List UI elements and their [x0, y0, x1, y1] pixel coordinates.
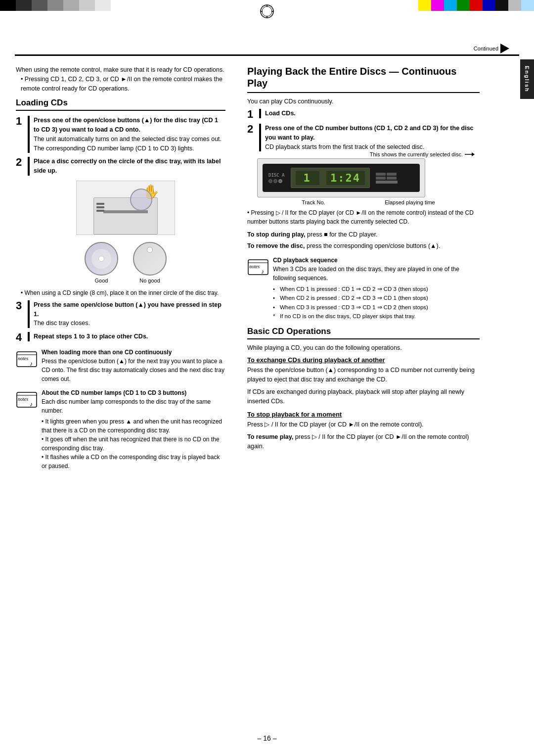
- continued-text: Continued: [474, 46, 498, 51]
- step-2-content: Place a disc correctly on the circle of …: [28, 157, 225, 176]
- resume-bold: To resume play,: [247, 433, 293, 440]
- remove-disc-bold: To remove the disc,: [247, 242, 305, 249]
- pb-step-2-content: Press one of the CD number buttons (CD 1…: [259, 124, 480, 151]
- svg-text:♪: ♪: [30, 401, 33, 408]
- elapsed-label: Elapsed playing time: [385, 199, 435, 205]
- notes-loading-box: notes ♪ When loading more than one CD co…: [16, 348, 225, 383]
- cd-examples: Good No good: [85, 242, 167, 284]
- stop-during-line: To stop during play, press ■ for the CD …: [247, 230, 480, 239]
- color-block: [418, 0, 431, 11]
- svg-text:notes: notes: [18, 396, 28, 402]
- playing-back-intro: You can play CDs continuously.: [247, 98, 480, 105]
- step-4-number: 4: [16, 332, 25, 343]
- basic-ops-section: Basic CD Operations While playing a CD, …: [247, 327, 480, 451]
- notes-lamps-content: About the CD number lamps (CD 1 to CD 3 …: [42, 388, 225, 471]
- pb-step-2-bold: Press one of the CD number buttons (CD 1…: [265, 125, 474, 141]
- svg-text:notes: notes: [18, 356, 28, 361]
- notes-loading-content: When loading more than one CD continuous…: [42, 348, 225, 383]
- notes-sequence-icon: notes ♪: [247, 256, 269, 278]
- notes-lamps-text: Each disc number lamp corresponds to the…: [42, 398, 211, 414]
- notes-loading-icon: notes ♪: [16, 348, 38, 370]
- main-rule: [15, 54, 519, 56]
- track-labels: Track No. Elapsed playing time: [257, 199, 480, 205]
- cd-player-display: DISC A 1: [257, 158, 425, 197]
- color-block: [521, 0, 534, 11]
- seq-bullet-1: When CD 1 is pressed : CD 1 ⇒ CD 2 ⇒ CD …: [273, 284, 480, 293]
- left-color-blocks: [0, 0, 267, 11]
- color-block: [444, 0, 457, 11]
- notes-lamps-bullet-1: • It lights green when you press ▲ and w…: [42, 417, 225, 435]
- svg-text:♪: ♪: [30, 360, 33, 367]
- step-1-number: 1: [16, 116, 25, 127]
- color-block: [16, 0, 32, 11]
- step-1-bold: Press one of the open/close buttons (▲) …: [34, 117, 218, 133]
- continued-arrow-icon: [500, 44, 509, 53]
- no-good-label: No good: [139, 278, 160, 284]
- notes-lamps-icon: notes ♪: [16, 388, 38, 410]
- step-2-number: 2: [16, 157, 25, 168]
- right-color-blocks: [267, 0, 534, 11]
- playing-back-heading: Playing Back the Entire Discs — Continuo…: [247, 65, 480, 89]
- color-block: [457, 0, 470, 11]
- intro-bullet: Pressing CD 1, CD 2, CD 3, or CD ►/II on…: [21, 75, 225, 94]
- color-block: [508, 0, 521, 11]
- svg-text:notes: notes: [249, 264, 260, 269]
- notes-sequence-title: CD playback sequence: [273, 257, 338, 264]
- loading-cds-heading: Loading CDs: [16, 98, 225, 111]
- notes-lamps-bullet-2: • It goes off when the unit has recogniz…: [42, 435, 225, 453]
- display-label: This shows the currently selected disc.: [370, 150, 475, 158]
- color-block: [483, 0, 495, 11]
- pb-step-1-content: Load CDs.: [259, 109, 480, 118]
- pb-step-2: 2 Press one of the CD number buttons (CD…: [247, 124, 480, 151]
- color-block: [0, 0, 16, 11]
- notes-sequence-box: notes ♪ CD playback sequence When 3 CDs …: [247, 256, 480, 321]
- seq-bullet-3: When CD 3 is pressed : CD 3 ⇒ CD 1 ⇒ CD …: [273, 303, 480, 312]
- exchange-text-2: If CDs are exchanged during playback, pl…: [247, 387, 480, 406]
- step-1-content: Press one of the open/close buttons (▲) …: [28, 116, 225, 153]
- seq-asterisk-1: If no CD is on the disc trays, CD player…: [273, 312, 480, 321]
- notes-sequence-content: CD playback sequence When 3 CDs are load…: [273, 256, 480, 321]
- compass-icon: [260, 4, 274, 19]
- left-column: When using the remote control, make sure…: [0, 58, 237, 731]
- notes-loading-text: Press the open/close button (▲) for the …: [42, 358, 224, 382]
- main-content: When using the remote control, make sure…: [0, 58, 534, 731]
- svg-marker-15: [472, 152, 475, 156]
- notes-lamps-bullet-3: • It flashes while a CD on the correspon…: [42, 453, 225, 471]
- step-3-desc: The disc tray closes.: [34, 319, 225, 328]
- step-3-bold: Press the same open/close button (▲) you…: [34, 301, 222, 318]
- cd-loader-illustration: ✋ Good No good: [26, 181, 225, 284]
- color-block: [470, 0, 483, 11]
- color-block: [32, 0, 47, 11]
- color-block: [431, 0, 444, 11]
- step-1: 1 Press one of the open/close buttons (▲…: [16, 116, 225, 153]
- stop-during-text: press ■ for the CD player.: [307, 231, 377, 238]
- continued-label: Continued: [474, 44, 509, 53]
- notes-lamps-title: About the CD number lamps (CD 1 to CD 3 …: [42, 389, 186, 396]
- remove-disc-line: To remove the disc, press the correspond…: [247, 241, 480, 251]
- stop-playback-text: Press ▷ / II for the CD player (or CD ►/…: [247, 420, 480, 429]
- color-block: [95, 0, 111, 11]
- svg-point-1: [262, 6, 272, 16]
- stop-during-bold: To stop during play,: [247, 231, 306, 238]
- good-label: Good: [95, 278, 108, 284]
- right-column: Playing Back the Entire Discs — Continuo…: [237, 58, 499, 731]
- bullet-pressing: Pressing ▷ / II for the CD player (or CD…: [247, 208, 480, 226]
- pb-step-2-number: 2: [247, 124, 256, 135]
- seq-bullet-2: When CD 2 is pressed : CD 2 ⇒ CD 3 ⇒ CD …: [273, 293, 480, 302]
- basic-ops-intro: While playing a CD, you can do the follo…: [247, 344, 480, 351]
- notes-loading-title: When loading more than one CD continuous…: [42, 349, 172, 356]
- cd-good-example: Good: [85, 242, 118, 284]
- intro-list: Pressing CD 1, CD 2, CD 3, or CD ►/II on…: [16, 75, 225, 94]
- stop-playback-heading: To stop playback for a moment: [247, 411, 480, 418]
- step-4-bold: Repeat steps 1 to 3 to place other CDs.: [34, 333, 148, 340]
- step-2-bold: Place a disc correctly on the circle of …: [34, 158, 221, 174]
- cd-no-good-example: No good: [133, 242, 167, 284]
- color-block: [79, 0, 95, 11]
- step-3-content: Press the same open/close button (▲) you…: [28, 300, 225, 328]
- intro-text: When using the remote control, make sure…: [16, 65, 225, 93]
- svg-text:♪: ♪: [261, 268, 264, 275]
- cd-display-area: This shows the currently selected disc. …: [257, 158, 480, 205]
- playing-back-rule: [247, 92, 480, 93]
- track-no-label: Track No.: [302, 199, 325, 205]
- bullet-single: When using a CD single (8 cm), place it …: [21, 288, 225, 297]
